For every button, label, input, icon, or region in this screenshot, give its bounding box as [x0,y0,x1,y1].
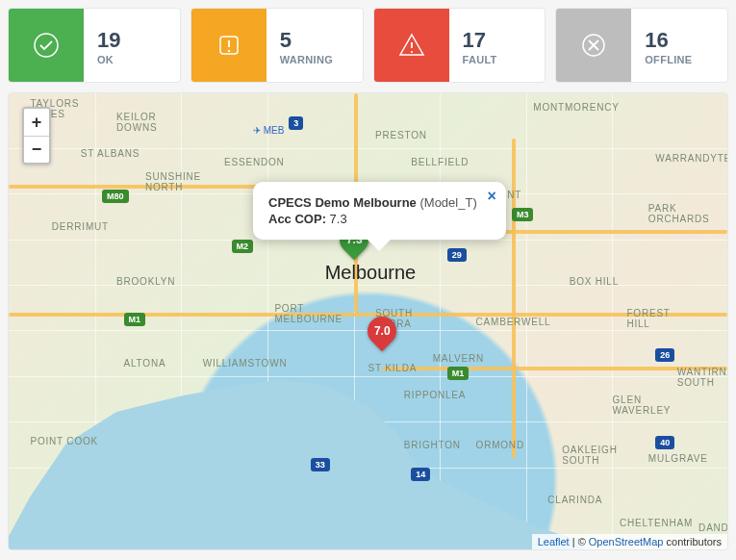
popup-subtitle: (Model_T) [419,195,476,210]
popup-title: CPECS Demo Melbourne [268,195,417,210]
stat-card-offline[interactable]: 16 OFFLINE [555,8,728,83]
attribution-osm-link[interactable]: OpenStreetMap [589,536,664,547]
zoom-in-button[interactable]: + [24,109,49,136]
popup-close-icon[interactable]: × [487,188,495,205]
attribution-leaflet-link[interactable]: Leaflet [538,536,570,547]
svg-point-2 [228,50,230,52]
svg-point-0 [35,34,58,57]
popup-metric-value: 7.3 [330,212,347,226]
stat-label-offline: OFFLINE [645,54,692,65]
stat-value-ok: 19 [97,29,120,52]
site-popup: × CPECS Demo Melbourne (Model_T) Acc COP… [253,182,506,240]
warning-icon [191,9,266,82]
map-attribution: Leaflet | © OpenStreetMap contributors [532,534,727,549]
stat-value-warning: 5 [280,29,333,52]
map[interactable]: TAYLORS LAKES KEILOR DOWNS ST ALBANS SUN… [8,92,728,550]
status-summary-row: 19 OK 5 WARNING 17 FAULT 16 OFFLINE [8,8,728,83]
offline-icon [556,9,631,82]
zoom-out-button[interactable]: − [24,136,49,163]
marker-value-red: 7.0 [374,324,391,338]
stat-card-ok[interactable]: 19 OK [8,8,181,83]
stat-value-offline: 16 [645,29,692,52]
fault-icon [374,9,449,82]
stat-label-ok: OK [97,54,120,65]
marker-site-red[interactable]: 7.0 [368,317,396,353]
stat-card-warning[interactable]: 5 WARNING [190,8,364,83]
ok-icon [9,9,84,82]
svg-point-3 [410,51,412,53]
zoom-controls: + − [22,107,51,165]
stat-card-fault[interactable]: 17 FAULT [373,8,546,83]
stat-value-fault: 17 [463,29,497,52]
popup-metric-label: Acc COP: [268,212,326,226]
stat-label-fault: FAULT [463,54,497,65]
stat-label-warning: WARNING [280,54,333,65]
